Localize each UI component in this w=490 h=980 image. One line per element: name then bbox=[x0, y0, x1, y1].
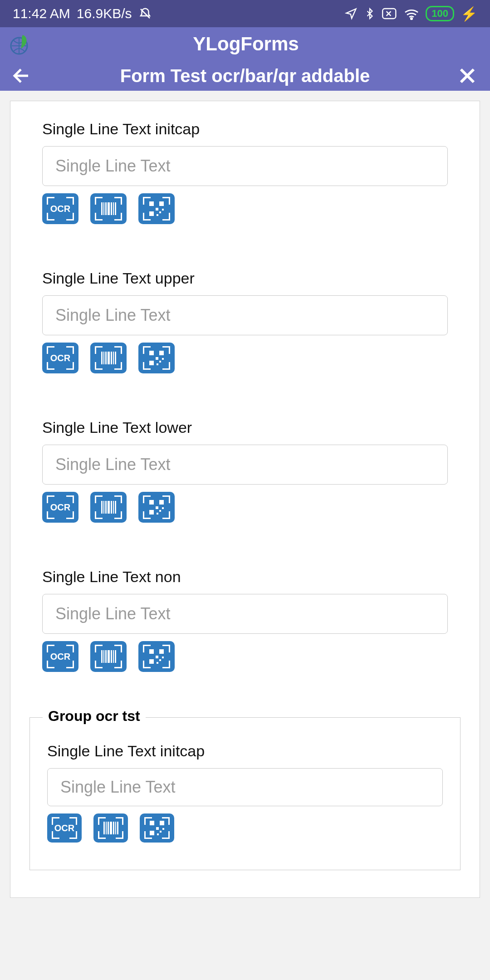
barcode-button[interactable] bbox=[90, 641, 127, 672]
barcode-icon bbox=[101, 501, 116, 514]
barcode-button[interactable] bbox=[90, 343, 127, 373]
battery-level: 100 bbox=[426, 6, 454, 21]
app-header: YLogForms Form Test ocr/bar/qr addable bbox=[0, 27, 490, 91]
ocr-button[interactable]: OCR bbox=[47, 813, 82, 843]
ocr-button[interactable]: OCR bbox=[42, 343, 78, 373]
svg-point-2 bbox=[411, 18, 412, 20]
text-input-upper[interactable] bbox=[42, 295, 448, 335]
field-upper: Single Line Text upper OCR bbox=[42, 270, 448, 373]
barcode-icon bbox=[101, 352, 116, 364]
qr-button[interactable] bbox=[138, 193, 175, 224]
form-title: Form Test ocr/bar/qr addable bbox=[34, 66, 456, 86]
qr-icon bbox=[150, 821, 164, 835]
location-icon bbox=[345, 7, 358, 20]
qr-button[interactable] bbox=[138, 492, 175, 523]
group-field-initcap: Single Line Text initcap OCR bbox=[47, 742, 443, 843]
qr-button[interactable] bbox=[138, 343, 175, 373]
group-ocr-tst: Group ocr tst Single Line Text initcap O… bbox=[29, 717, 461, 870]
text-input-group-initcap[interactable] bbox=[47, 768, 443, 806]
field-initcap: Single Line Text initcap OCR bbox=[42, 120, 448, 224]
charging-icon: ⚡ bbox=[461, 6, 477, 22]
field-non: Single Line Text non OCR bbox=[42, 568, 448, 672]
qr-icon bbox=[149, 351, 164, 365]
app-logo-icon bbox=[9, 32, 33, 56]
ocr-button[interactable]: OCR bbox=[42, 193, 78, 224]
text-input-initcap[interactable] bbox=[42, 146, 448, 186]
barcode-button[interactable] bbox=[93, 813, 128, 843]
qr-button[interactable] bbox=[138, 641, 175, 672]
qr-icon bbox=[149, 649, 164, 664]
field-lower: Single Line Text lower OCR bbox=[42, 419, 448, 523]
ocr-button[interactable]: OCR bbox=[42, 492, 78, 523]
qr-button[interactable] bbox=[140, 813, 174, 843]
barcode-button[interactable] bbox=[90, 193, 127, 224]
ocr-button[interactable]: OCR bbox=[42, 641, 78, 672]
text-input-lower[interactable] bbox=[42, 445, 448, 485]
field-label: Single Line Text initcap bbox=[42, 120, 448, 138]
status-bar: 11:42 AM 16.9KB/s 100 ⚡ bbox=[0, 0, 490, 27]
form-page: Single Line Text initcap OCR Single Line… bbox=[0, 91, 490, 908]
bluetooth-icon bbox=[364, 7, 376, 20]
mute-icon bbox=[138, 7, 152, 20]
field-label: Single Line Text non bbox=[42, 568, 448, 586]
qr-icon bbox=[149, 500, 164, 514]
field-label: Single Line Text upper bbox=[42, 270, 448, 287]
text-input-non[interactable] bbox=[42, 594, 448, 634]
app-title: YLogForms bbox=[11, 33, 481, 55]
back-button[interactable] bbox=[11, 65, 34, 87]
status-net: 16.9KB/s bbox=[77, 6, 132, 21]
barcode-button[interactable] bbox=[90, 492, 127, 523]
status-time: 11:42 AM bbox=[13, 6, 70, 21]
field-label: Single Line Text initcap bbox=[47, 742, 443, 760]
barcode-icon bbox=[101, 650, 116, 663]
barcode-icon bbox=[103, 822, 118, 834]
field-label: Single Line Text lower bbox=[42, 419, 448, 436]
wifi-icon bbox=[404, 7, 419, 20]
form-card: Single Line Text initcap OCR Single Line… bbox=[10, 101, 480, 898]
battery-saver-icon bbox=[382, 8, 397, 20]
qr-icon bbox=[149, 201, 164, 216]
group-title: Group ocr tst bbox=[43, 708, 146, 725]
barcode-icon bbox=[101, 202, 116, 215]
close-button[interactable] bbox=[456, 65, 479, 87]
